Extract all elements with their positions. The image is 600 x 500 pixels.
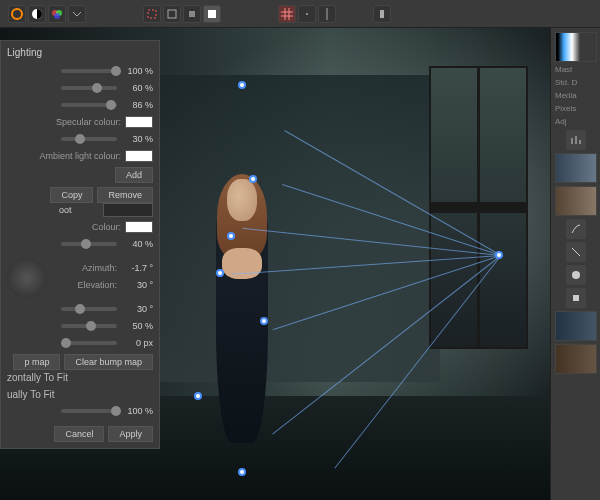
distance-value: 0 px [121,338,153,348]
light-origin-node[interactable] [495,251,503,259]
apply-button[interactable]: Apply [108,426,153,442]
meta-line: Media [555,91,596,101]
spec-opacity-slider[interactable] [61,137,117,141]
swatch-wheel-icon[interactable] [8,5,26,23]
scale-fit-label: zontally To Fit [7,372,68,383]
histogram-thumbnail[interactable] [555,32,597,62]
marquee-icon[interactable] [143,5,161,23]
remove-button[interactable]: Remove [97,187,153,203]
top-toolbar [0,0,600,28]
light-node[interactable] [238,81,246,89]
swatch-dropdown-icon[interactable] [68,5,86,23]
direction-dial[interactable] [7,258,47,298]
falloff-slider[interactable] [61,324,117,328]
svg-rect-12 [573,295,579,301]
light-node[interactable] [238,468,246,476]
azimuth-value: -1.7 ° [121,263,153,273]
svg-rect-7 [189,11,195,17]
right-sidebar: Mast Std. D Media Pixels Adj [550,28,600,500]
diffuse-value: 100 % [121,66,153,76]
ambient-colour-swatch[interactable] [125,150,153,162]
shininess-slider[interactable] [61,103,117,107]
svg-point-11 [572,271,580,279]
azimuth-label: Azimuth: [53,263,117,273]
lighting-panel: Lighting 100 % 60 % 86 % Specular colour… [0,40,160,449]
preset-thumbnail[interactable] [555,311,597,341]
grid-icon[interactable] [278,5,296,23]
guides-icon[interactable] [318,5,336,23]
crop-icon[interactable] [163,5,181,23]
svg-rect-6 [168,10,176,18]
preset-thumbnail[interactable] [555,153,597,183]
panel-title: Lighting [7,47,153,58]
adjustments-label: Adj [555,117,596,127]
spec-opacity-value: 30 % [121,134,153,144]
photo-window [429,66,528,349]
falloff-value: 50 % [121,321,153,331]
adjust-invert-icon[interactable] [566,242,586,262]
assistant-icon[interactable] [373,5,391,23]
copy-button[interactable]: Copy [50,187,93,203]
elevation-value: 30 ° [121,280,153,290]
light-node[interactable] [227,232,235,240]
light-node[interactable] [260,317,268,325]
cone-value: 30 ° [121,304,153,314]
transform-icon[interactable] [183,5,201,23]
specular-slider[interactable] [61,86,117,90]
type-select[interactable]: oot [59,205,99,215]
shininess-value: 86 % [121,100,153,110]
svg-point-0 [12,9,22,19]
clear-bumpmap-button[interactable]: Clear bump map [64,354,153,370]
svg-rect-5 [148,10,156,18]
diffuse-slider[interactable] [61,69,117,73]
cancel-button[interactable]: Cancel [54,426,104,442]
adjust-curves-icon[interactable] [566,219,586,239]
type-dropdown[interactable] [103,203,153,217]
distance-slider[interactable] [61,341,117,345]
light-colour-swatch[interactable] [125,221,153,233]
meta-line: Mast [555,65,596,75]
scale-auto-label: ually To Fit [7,389,55,400]
bumpmap-button[interactable]: p map [13,354,60,370]
cone-slider[interactable] [61,307,117,311]
swatch-rgb-icon[interactable] [48,5,66,23]
colour-label: Colour: [7,222,121,232]
meta-line: Pixels [555,104,596,114]
light-node[interactable] [249,175,257,183]
photo-subject [209,179,275,443]
specular-value: 60 % [121,83,153,93]
svg-rect-8 [208,10,216,18]
scale-slider[interactable] [61,409,117,413]
svg-point-9 [306,13,308,15]
colour-opacity-slider[interactable] [61,242,117,246]
meta-line: Std. D [555,78,596,88]
svg-rect-10 [380,10,384,18]
svg-point-4 [54,13,60,19]
layer-icon[interactable] [203,5,221,23]
adjust-bw-icon[interactable] [566,265,586,285]
elevation-label: Elevation: [53,280,117,290]
swatch-contrast-icon[interactable] [28,5,46,23]
colour-opacity-value: 40 % [121,239,153,249]
preset-thumbnail[interactable] [555,186,597,216]
specular-colour-swatch[interactable] [125,116,153,128]
specular-colour-label: Specular colour: [7,117,121,127]
adjust-threshold-icon[interactable] [566,288,586,308]
ambient-colour-label: Ambient light colour: [7,151,121,161]
snap-icon[interactable] [298,5,316,23]
adjust-levels-icon[interactable] [566,130,586,150]
add-button[interactable]: Add [115,167,153,183]
scale-value: 100 % [121,406,153,416]
preset-thumbnail[interactable] [555,344,597,374]
